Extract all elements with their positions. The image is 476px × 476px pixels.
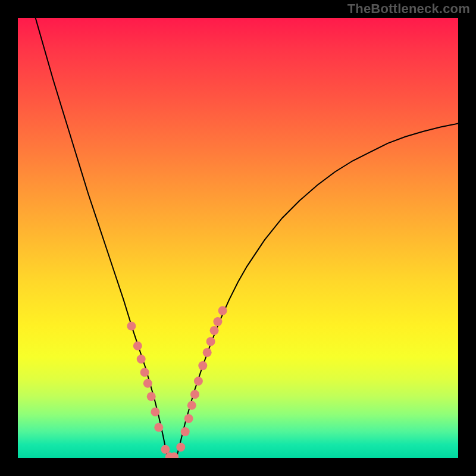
marker-dot	[140, 368, 149, 377]
marker-dot	[203, 348, 212, 357]
right-branch-line	[176, 124, 458, 458]
marker-dot	[206, 337, 215, 346]
marker-dot	[133, 342, 142, 350]
marker-dot	[127, 322, 136, 331]
plot-area	[18, 18, 458, 458]
marker-dot	[198, 361, 207, 370]
marker-dot	[137, 355, 146, 364]
marker-dot	[154, 423, 163, 432]
marker-dot	[187, 401, 196, 410]
marker-dots	[127, 306, 227, 458]
watermark-text: TheBottleneck.com	[347, 1, 470, 17]
marker-dot	[190, 390, 199, 399]
chart-frame: TheBottleneck.com	[0, 0, 476, 476]
marker-dot	[218, 306, 227, 315]
marker-dot	[194, 377, 203, 386]
marker-dot	[151, 408, 159, 416]
marker-dot	[184, 414, 193, 423]
left-branch-line	[36, 18, 168, 458]
marker-dot	[181, 427, 190, 436]
marker-dot	[213, 317, 222, 326]
marker-dot	[210, 326, 219, 335]
marker-dot	[143, 379, 152, 388]
marker-dot	[161, 445, 170, 454]
curve-layer	[18, 18, 458, 458]
marker-dot	[147, 392, 156, 401]
marker-dot	[176, 443, 185, 452]
